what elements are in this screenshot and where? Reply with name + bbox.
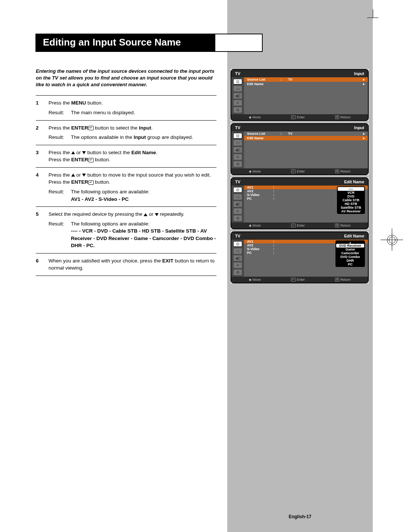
result-label: Result:: [49, 188, 71, 203]
return-hint: Ⅲ Return: [335, 278, 350, 281]
osd-box: TVEdit Name ⊟ ▭ ◀)) ✕ ⚙ AV1: AV2: S-Vide…: [231, 177, 369, 229]
osd-icon-column: ⊟ ▭ ◀)) ✕ ⚙: [231, 240, 244, 277]
dropdown-option: AV Receiver: [338, 209, 364, 213]
step-number: 6: [36, 257, 49, 272]
dropdown-option: DVD: [338, 195, 364, 198]
step-4: 4 Press the or button to move to the inp…: [36, 171, 216, 203]
step-text: Press the or button to select the Edit N…: [49, 149, 216, 156]
osd-icon-column: ⊟ ▭ ◀)) ✕ ⚙: [231, 131, 244, 168]
result-label: Result:: [49, 109, 71, 116]
result-text: The main menu is displayed.: [71, 109, 216, 116]
result-label: Result:: [49, 134, 71, 141]
dropdown-option: PC: [336, 262, 364, 266]
result-row: Result: The following options are availa…: [49, 188, 216, 203]
step-3: 3 Press the or button to select the Edit…: [36, 149, 216, 164]
osd-screenshot: TVInput ⊟ ▭ ◀)) ✕ ⚙ Source List:TV▸ Edit…: [231, 69, 369, 121]
triangle-up-icon: [71, 174, 75, 177]
divider: [36, 95, 216, 96]
dropdown-option: DHR: [336, 259, 364, 262]
step-text: Press the ENTER↵ button to select the In…: [49, 124, 216, 132]
step-number: 4: [36, 171, 49, 203]
sound-icon: ◀)): [234, 147, 242, 153]
osd-screenshot: TVInput ⊟ ▭ ◀)) ✕ ⚙ Source List:TV▸ Edit…: [231, 123, 369, 175]
enter-hint: ↵ Enter: [291, 115, 305, 119]
move-hint: ◆ Move: [249, 169, 261, 173]
step-2: 2 Press the ENTER↵ button to select the …: [36, 124, 216, 141]
osd-menu-row: Edit Name▸: [244, 136, 368, 140]
sound-icon: ◀)): [234, 93, 242, 99]
move-hint: ◆ Move: [249, 278, 261, 281]
registration-mark-icon: [381, 228, 403, 251]
osd-titlebar: TVEdit Name: [231, 178, 368, 186]
osd-screenshot: TVEdit Name ⊟ ▭ ◀)) ✕ ⚙ AV1: AV2: S-Vide…: [231, 177, 369, 229]
move-hint: ◆ Move: [249, 224, 261, 227]
step-1: 1 Press the MENU button. Result: The mai…: [36, 99, 216, 116]
input-icon: ⊟: [233, 241, 242, 247]
osd-icon-column: ⊟ ▭ ◀)) ✕ ⚙: [231, 77, 244, 114]
dropdown-option: VCR: [338, 191, 364, 195]
triangle-up-icon: [71, 151, 75, 154]
divider: [36, 253, 216, 253]
enter-hint: ↵ Enter: [291, 224, 305, 227]
osd-dropdown: ▲DVD ReceiverGameCamcorderDVD ComboDHRPC: [335, 240, 365, 267]
return-hint: Ⅲ Return: [335, 115, 350, 119]
dropdown-option: Satellite STB: [338, 206, 364, 209]
page: Editing an Input Source Name Entering th…: [0, 0, 403, 532]
return-hint: Ⅲ Return: [335, 224, 350, 227]
picture-icon: ▭: [234, 140, 242, 146]
triangle-up-icon: [144, 213, 147, 216]
osd-titlebar: TVInput: [231, 124, 368, 131]
enter-hint: ↵ Enter: [291, 169, 305, 173]
osd-menu-row: Edit Name▸: [244, 82, 368, 86]
divider: [36, 120, 216, 121]
osd-box: TVInput ⊟ ▭ ◀)) ✕ ⚙ Source List:TV▸ Edit…: [231, 123, 369, 175]
step-number: 1: [36, 99, 49, 116]
divider: [36, 145, 216, 145]
picture-icon: ▭: [234, 248, 242, 254]
setup-icon: ⚙: [234, 270, 242, 275]
move-hint: ◆ Move: [249, 115, 261, 119]
divider: [36, 276, 216, 276]
dropdown-option: DVD Combo: [336, 255, 364, 259]
channel-icon: ✕: [234, 100, 242, 106]
result-text: The following options are available: ---…: [71, 220, 216, 249]
result-text: The options available in the Input group…: [71, 134, 216, 141]
osd-screenshot: TVEdit Name ⊟ ▭ ◀)) ✕ ⚙ AV1: AV2: S-Vide…: [231, 231, 369, 283]
triangle-down-icon: [82, 174, 86, 177]
step-text: Press the MENU button.: [49, 99, 216, 107]
step-number: 2: [36, 124, 49, 141]
enter-hint: ↵ Enter: [291, 278, 305, 281]
channel-icon: ✕: [234, 154, 242, 160]
input-icon: ⊟: [233, 79, 242, 84]
main-content: Entering the names of the input source d…: [36, 68, 216, 280]
result-label: Result:: [49, 220, 71, 249]
enter-icon: ↵: [88, 180, 94, 185]
osd-menu-row: Source List:TV▸: [244, 77, 368, 82]
step-text: Select the required device by pressing t…: [49, 211, 216, 218]
intro-text: Entering the names of the input source d…: [36, 68, 216, 88]
osd-titlebar: TVEdit Name: [231, 232, 368, 240]
enter-icon: ↵: [88, 158, 94, 162]
page-number: English-17: [227, 514, 373, 519]
dropdown-option: DVD Receiver: [336, 244, 364, 248]
picture-icon: ▭: [234, 194, 242, 200]
dropdown-option: HD STB: [338, 202, 364, 206]
setup-icon: ⚙: [234, 215, 242, 221]
step-5: 5 Select the required device by pressing…: [36, 211, 216, 249]
return-hint: Ⅲ Return: [335, 169, 350, 173]
result-row: Result: The options available in the Inp…: [49, 134, 216, 141]
osd-box: TVInput ⊟ ▭ ◀)) ✕ ⚙ Source List:TV▸ Edit…: [231, 69, 369, 121]
dropdown-option: Cable STB: [338, 198, 364, 202]
dropdown-option: ----: [338, 187, 364, 191]
divider: [36, 167, 216, 168]
enter-icon: ↵: [88, 126, 94, 130]
osd-box: TVEdit Name ⊟ ▭ ◀)) ✕ ⚙ AV1: AV2: S-Vide…: [231, 231, 369, 283]
setup-icon: ⚙: [234, 161, 242, 167]
step-text: Press the ENTER↵ button.: [49, 178, 216, 186]
step-text: Press the or button to move to the input…: [49, 171, 216, 179]
step-number: 3: [36, 149, 49, 164]
result-row: Result: The main menu is displayed.: [49, 109, 216, 116]
step-number: 5: [36, 211, 49, 249]
osd-titlebar: TVInput: [231, 70, 368, 77]
sound-icon: ◀)): [234, 201, 242, 207]
